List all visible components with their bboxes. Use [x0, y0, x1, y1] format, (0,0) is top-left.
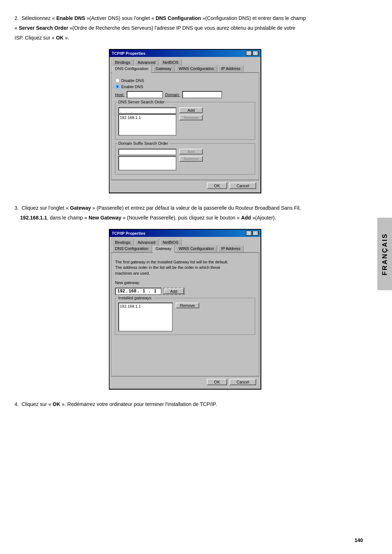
- dialog1-ok-button[interactable]: OK: [207, 182, 227, 189]
- info-line1: The first gateway in the Installed Gatew…: [115, 259, 255, 265]
- domain-suffix-section: Domain Suffix Search Order Add Remove: [115, 143, 255, 175]
- dns-btn-group: Add Remove: [179, 107, 203, 120]
- domain-input[interactable]: TESTDOMAIN: [182, 91, 222, 98]
- dns-server-label: DNS Server Search Order: [118, 100, 166, 104]
- disable-dns-label: Disable DNS: [121, 78, 144, 83]
- suffix-btn-group: Add Remove: [179, 149, 203, 162]
- ip-dot1: .: [126, 289, 128, 294]
- gateway-info: The first gateway in the Installed Gatew…: [115, 259, 255, 276]
- dns-server-section: DNS Server Search Order . . . 192.168.1.…: [115, 102, 255, 140]
- dns-dots-input[interactable]: . . .: [118, 107, 176, 114]
- dialog2-titlebar: TCP/IP Properties ? ×: [110, 230, 261, 237]
- close-button[interactable]: ×: [253, 51, 258, 56]
- domain-suffix-label: Domain Suffix Search Order: [118, 141, 169, 145]
- tabs-row1: Bindings Advanced NetBIOS: [111, 58, 259, 65]
- tab-wins[interactable]: WINS Configuration: [175, 65, 217, 72]
- dialog2-tab-netbios[interactable]: NetBIOS: [159, 239, 181, 245]
- dialog2-tab-dns[interactable]: DNS Configuration: [112, 245, 152, 252]
- dialog2-close-button[interactable]: ×: [253, 231, 258, 236]
- dialog2-tab-bindings[interactable]: Bindings: [112, 239, 134, 245]
- dialog2-ok-button[interactable]: OK: [207, 379, 227, 385]
- domain-suffix-inner: Domain Suffix Search Order Add Remove: [115, 143, 255, 175]
- dialog1-title: TCP/IP Properties: [112, 51, 146, 56]
- step3-line2: 192.168.1.1, dans le champ « New Gateway…: [15, 215, 276, 221]
- installed-gw-box: Installed gateways: 192.168.1.1 Remove: [115, 298, 255, 335]
- dialog1-body: Bindings Advanced NetBIOS DNS Configurat…: [110, 57, 261, 193]
- dialog1-titlebar: TCP/IP Properties ? ×: [110, 50, 261, 57]
- dialog1: TCP/IP Properties ? × Bindings Advanced …: [109, 49, 261, 193]
- main-content: 2. Sélectionnez « Enable DNS »(Activer D…: [15, 15, 356, 408]
- dialog2-help-button[interactable]: ?: [246, 231, 252, 236]
- gateway-add-button[interactable]: Add: [163, 288, 185, 295]
- installed-gw-list[interactable]: 192.168.1.1: [118, 303, 173, 332]
- tab-bindings[interactable]: Bindings: [112, 59, 134, 65]
- dns-server-box: DNS Server Search Order . . . 192.168.1.…: [115, 102, 255, 140]
- dialog2-footer: OK Cancel: [111, 376, 259, 387]
- dialog2-body: Bindings Advanced NetBIOS DNS Configurat…: [110, 237, 261, 389]
- step3-line1: 3. Cliquez sur l'onglet « Gateway » (Pas…: [15, 205, 301, 211]
- radio-disable-dns[interactable]: [115, 78, 120, 83]
- dialog1-footer: OK Cancel: [111, 180, 259, 191]
- suffix-input[interactable]: [118, 149, 176, 155]
- dns-server-row: . . . 192.168.1.1 Add Remove: [118, 107, 252, 136]
- tab-gateway[interactable]: Gateway: [152, 65, 175, 72]
- installed-gw-area: 192.168.1.1 Remove: [118, 303, 252, 332]
- page-number: 140: [355, 537, 363, 543]
- suffix-remove-button[interactable]: Remove: [179, 156, 203, 162]
- dialog2: TCP/IP Properties ? × Bindings Advanced …: [109, 229, 261, 390]
- radio-disable-dns-row: Disable DNS: [115, 78, 255, 83]
- tab-advanced[interactable]: Advanced: [134, 59, 159, 65]
- host-domain-row: Host: TESTHOST Domain: TESTDOMAIN: [115, 91, 255, 98]
- installed-gw-item: 192.168.1.1: [120, 304, 171, 308]
- step2-intro: 2. Sélectionnez « Enable DNS »(Activer D…: [15, 15, 306, 21]
- gateway-remove-button[interactable]: Remove: [176, 303, 199, 308]
- dialog2-cancel-button[interactable]: Cancel: [229, 379, 256, 385]
- tabs-row2: DNS Configuration Gateway WINS Configura…: [111, 65, 259, 73]
- ip-input[interactable]: 192 . 168 . 1 . 1: [115, 288, 162, 295]
- host-input[interactable]: TESTHOST: [127, 91, 163, 98]
- ip-seg1: 192: [117, 289, 126, 294]
- dialog2-tabs-row1: Bindings Advanced NetBIOS: [111, 238, 259, 245]
- ip-seg2: 168: [128, 289, 137, 294]
- suffix-input-area: [118, 149, 176, 171]
- dns-server-inner: DNS Server Search Order . . . 192.168.1.…: [115, 102, 255, 140]
- step4-content: 4. Cliquez sur « OK ». Redémarrez votre …: [15, 401, 217, 407]
- dialog2-container: TCP/IP Properties ? × Bindings Advanced …: [15, 229, 356, 390]
- dns-list[interactable]: 192.168.1.1: [118, 114, 176, 136]
- enable-dns-label: Enable DNS: [121, 85, 143, 89]
- sidebar-text: FRANÇAIS: [381, 233, 389, 275]
- dialog2-tab-ip[interactable]: IP Address: [218, 245, 244, 252]
- dns-remove-button[interactable]: Remove: [179, 115, 203, 120]
- ip-dot3: .: [148, 289, 151, 294]
- dialog1-cancel-button[interactable]: Cancel: [229, 182, 256, 189]
- suffix-list[interactable]: [118, 156, 176, 171]
- domain-suffix-row: Add Remove: [118, 149, 252, 171]
- sidebar-label: FRANÇAIS: [377, 218, 392, 290]
- step3-text: 3. Cliquez sur l'onglet « Gateway » (Pas…: [15, 204, 356, 222]
- step2-line3: ISP. Cliquez sur « OK ».: [15, 35, 69, 41]
- step4-text: 4. Cliquez sur « OK ». Redémarrez votre …: [15, 401, 356, 408]
- tab-netbios[interactable]: NetBIOS: [159, 59, 181, 65]
- dialog2-title: TCP/IP Properties: [112, 231, 146, 235]
- dialog1-container: TCP/IP Properties ? × Bindings Advanced …: [15, 49, 356, 193]
- installed-gw-inner: Installed gateways: 192.168.1.1 Remove: [115, 298, 255, 335]
- tab-dns-config[interactable]: DNS Configuration: [112, 65, 152, 73]
- ip-dot2: .: [137, 289, 139, 294]
- dialog2-tab-gateway[interactable]: Gateway: [152, 245, 175, 253]
- suffix-add-button[interactable]: Add: [179, 149, 203, 155]
- radio-enable-dns[interactable]: [115, 84, 120, 89]
- dialog2-titlebar-controls: ? ×: [246, 231, 258, 236]
- new-gateway-row: 192 . 168 . 1 . 1 Add: [115, 288, 255, 295]
- domain-suffix-box: Domain Suffix Search Order Add Remove: [115, 143, 255, 175]
- info-line2: The address order in the list will be th…: [115, 265, 255, 270]
- dialog1-tab-content: Disable DNS Enable DNS Host: TESTHOST Do…: [111, 73, 259, 180]
- info-line3: machines are used.: [115, 271, 255, 276]
- dns-input-area: . . . 192.168.1.1: [118, 107, 176, 136]
- help-button[interactable]: ?: [246, 51, 252, 56]
- tab-ipaddress[interactable]: IP Address: [218, 65, 244, 72]
- dialog2-tab-wins[interactable]: WINS Configuration: [175, 245, 217, 252]
- dialog2-tab-advanced[interactable]: Advanced: [134, 239, 159, 245]
- dns-add-button[interactable]: Add: [179, 107, 203, 113]
- new-gateway-label: New gateway:: [115, 280, 255, 285]
- dialog2-tab-content: The first gateway in the Installed Gatew…: [111, 253, 259, 376]
